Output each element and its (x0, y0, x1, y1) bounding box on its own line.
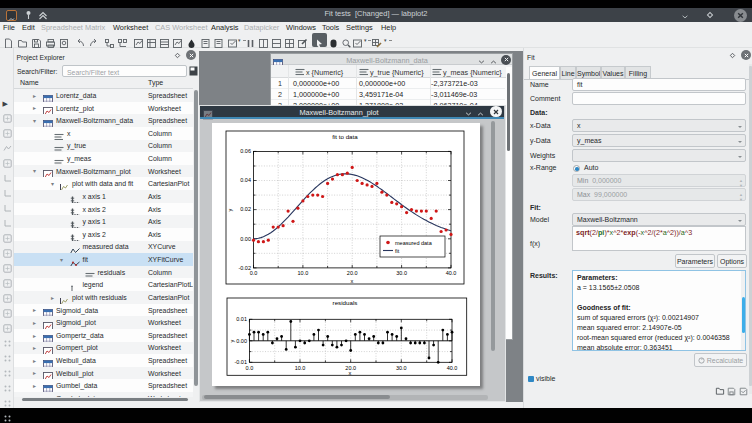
svg-text:0.04: 0.04 (240, 178, 251, 184)
svg-text:fit: fit (395, 248, 400, 254)
svg-text:x: x (349, 370, 352, 376)
svg-text:40.0: 40.0 (447, 365, 458, 371)
svg-text:0.00: 0.00 (236, 338, 247, 344)
svg-text:0.0: 0.0 (250, 270, 258, 276)
svg-text:20.0: 20.0 (347, 270, 358, 276)
svg-text:10.0: 10.0 (295, 365, 306, 371)
svg-text:measured data: measured data (395, 240, 433, 246)
svg-text:y: y (229, 340, 235, 343)
svg-text:30.0: 30.0 (396, 365, 407, 371)
svg-text:0.00: 0.00 (240, 236, 251, 242)
svg-text:30.0: 30.0 (396, 270, 407, 276)
svg-text:10.0: 10.0 (298, 270, 309, 276)
svg-text:0.06: 0.06 (240, 149, 251, 155)
svg-text:fit to data: fit to data (332, 133, 358, 140)
svg-text:40.0: 40.0 (446, 270, 457, 276)
svg-text:residuals: residuals (333, 299, 358, 306)
svg-text:y: y (227, 209, 233, 212)
svg-text:0.0: 0.0 (246, 365, 254, 371)
svg-text:0.02: 0.02 (240, 207, 251, 213)
svg-text:0.01: 0.01 (236, 317, 247, 323)
svg-text:x: x (351, 278, 354, 284)
